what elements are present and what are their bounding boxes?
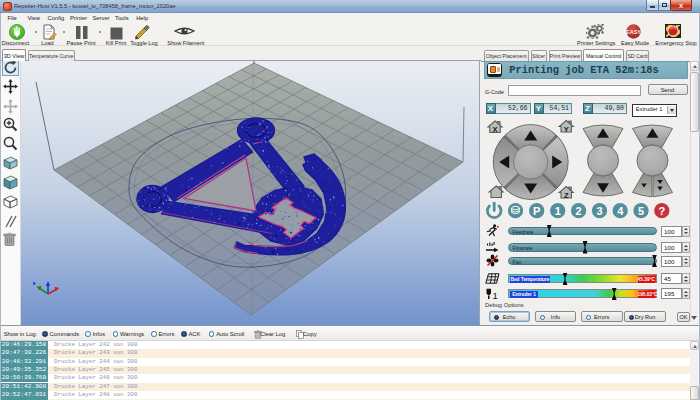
- svg-text:3: 3: [596, 205, 602, 217]
- svg-text:1: 1: [555, 205, 561, 217]
- svg-text:2: 2: [576, 205, 582, 217]
- svg-text:1: 1: [493, 290, 498, 301]
- svg-text:P: P: [533, 205, 540, 217]
- svg-text:EASY: EASY: [626, 29, 641, 35]
- svg-text:4: 4: [617, 205, 624, 217]
- svg-text:Z: Z: [564, 191, 569, 200]
- svg-text:Y: Y: [564, 125, 569, 134]
- svg-text:?: ?: [658, 205, 665, 217]
- svg-text:5: 5: [638, 205, 644, 217]
- svg-text:X: X: [492, 125, 497, 134]
